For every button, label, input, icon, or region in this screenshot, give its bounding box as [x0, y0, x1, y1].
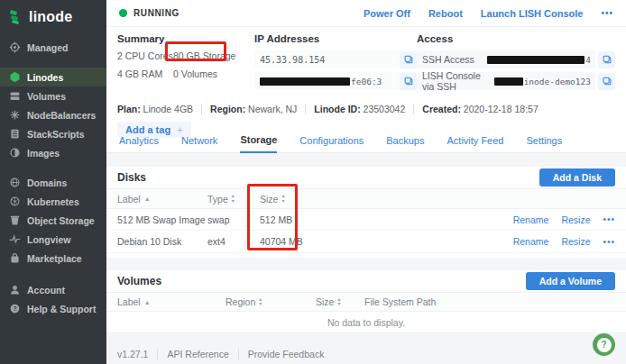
volumes-icon	[9, 90, 21, 102]
plan-value: Linode 4GB	[143, 104, 193, 114]
volumes-column-size[interactable]: Size ▴▾	[316, 296, 364, 307]
sort-asc-icon: ▲	[144, 196, 151, 202]
sidebar-item-managed[interactable]: Managed	[0, 38, 106, 57]
disks-column-label[interactable]: Label ▲	[117, 194, 207, 205]
sort-icon: ▴▾	[259, 297, 262, 307]
sort-asc-icon: ▲	[144, 299, 151, 305]
tab-backups[interactable]: Backups	[386, 135, 424, 152]
ipv4-address: 45.33.98.154	[260, 55, 325, 65]
images-icon	[9, 147, 21, 159]
ipv6-redacted-bar	[260, 77, 350, 86]
disk-label: 512 MB Swap Image	[117, 214, 207, 225]
status-label: RUNNING	[133, 8, 180, 18]
disks-column-type[interactable]: Type ▴▾	[207, 194, 260, 205]
sidebar-item-stackscripts[interactable]: StackScripts	[0, 124, 106, 143]
marketplace-icon	[9, 252, 21, 264]
plus-icon: +	[177, 124, 182, 135]
volumes-column-region[interactable]: Region ▴▾	[226, 296, 316, 307]
sidebar-item-linodes[interactable]: Linodes	[0, 68, 106, 86]
copy-icon[interactable]	[598, 73, 615, 90]
sidebar-item-account[interactable]: Account	[0, 280, 106, 299]
sidebar-item-label: Linodes	[27, 72, 63, 83]
sort-icon: ▴▾	[337, 297, 340, 307]
tab-analytics[interactable]: Analytics	[119, 135, 159, 152]
add-disk-button[interactable]: Add a Disk	[539, 168, 615, 187]
add-volume-button[interactable]: Add a Volume	[526, 272, 615, 290]
ssh-command-suffix: 4	[585, 55, 591, 65]
sidebar-item-marketplace[interactable]: Marketplace	[0, 249, 106, 268]
sidebar-item-help-support[interactable]: ? Help & Support	[0, 299, 106, 318]
account-icon	[9, 284, 21, 296]
rename-disk-button[interactable]: Rename	[513, 214, 549, 225]
disks-title: Disks	[117, 171, 146, 184]
sidebar-item-kubernetes[interactable]: Kubernetes	[0, 192, 106, 211]
ssh-access-label: SSH Access	[422, 54, 474, 65]
resize-disk-button[interactable]: Resize	[561, 236, 590, 247]
sidebar-item-volumes[interactable]: Volumes	[0, 86, 106, 105]
launch-lish-console-button[interactable]: Launch LISH Console	[481, 8, 584, 19]
copy-icon[interactable]	[400, 73, 417, 90]
disk-type: ext4	[207, 236, 260, 247]
lish-console-row: LISH Console via SSH inode-demo123	[417, 72, 615, 90]
copy-icon[interactable]	[400, 51, 417, 68]
sidebar-item-label: Kubernetes	[27, 196, 79, 207]
sidebar-item-domains[interactable]: Domains	[0, 173, 106, 192]
tab-configurations[interactable]: Configurations	[299, 135, 364, 152]
sidebar: linode Managed Linodes Volumes	[0, 0, 106, 364]
sidebar-item-label: Account	[27, 285, 65, 296]
more-actions-icon[interactable]: •••	[601, 8, 613, 18]
volumes-title: Volumes	[117, 275, 161, 287]
tab-storage[interactable]: Storage	[240, 134, 277, 153]
sidebar-item-object-storage[interactable]: Object Storage	[0, 211, 106, 230]
ram-value: 4 GB RAM	[117, 68, 173, 79]
provide-feedback-link[interactable]: Provide Feedback	[248, 349, 325, 359]
lish-command-suffix: inode-demo123	[524, 77, 591, 86]
managed-icon	[9, 41, 21, 53]
lish-console-label: LISH Console via SSH	[422, 70, 494, 92]
sidebar-nav: Managed Linodes Volumes NodeBalancers	[0, 38, 106, 318]
created-value: 2020-12-18 18:57	[464, 104, 539, 114]
tab-network[interactable]: Network	[181, 135, 217, 152]
volumes-panel: Volumes Add a Volume Label ▲ Region ▴▾ S…	[106, 270, 626, 333]
question-mark-icon: ?	[597, 338, 612, 352]
disk-more-actions-icon[interactable]: •••	[603, 214, 615, 224]
main-content: RUNNING Power Off Reboot Launch LISH Con…	[106, 0, 626, 364]
topbar-actions: Power Off Reboot Launch LISH Console •••	[364, 8, 613, 19]
copy-icon[interactable]	[598, 51, 615, 68]
logo-text: linode	[29, 9, 72, 25]
volumes-column-label[interactable]: Label ▲	[117, 296, 226, 307]
api-reference-link[interactable]: API Reference	[167, 349, 228, 359]
power-off-button[interactable]: Power Off	[364, 8, 410, 19]
linodes-icon	[9, 71, 21, 83]
rename-disk-button[interactable]: Rename	[513, 236, 549, 247]
disk-row-debian: Debian 10 Disk ext4 40704 MB Rename Resi…	[106, 231, 626, 253]
help-bubble-button[interactable]: ?	[593, 333, 615, 356]
app-version: v1.27.1	[117, 349, 148, 359]
disk-more-actions-icon[interactable]: •••	[603, 237, 615, 247]
disks-table-header: Label ▲ Type ▴▾ Size ▴▾	[106, 188, 626, 209]
sidebar-item-longview[interactable]: Longview	[0, 230, 106, 249]
disk-size: 40704 MB	[260, 236, 341, 247]
kubernetes-icon	[9, 196, 21, 207]
object-storage-icon	[9, 214, 21, 226]
disks-column-size[interactable]: Size ▴▾	[260, 194, 341, 205]
ip-addresses-title: IP Addresses	[254, 33, 417, 44]
svg-text:?: ?	[13, 305, 16, 312]
reboot-button[interactable]: Reboot	[428, 8, 463, 19]
linode-id-label: Linode ID:	[314, 104, 360, 114]
sidebar-item-nodebalancers[interactable]: NodeBalancers	[0, 105, 106, 124]
disk-size: 512 MB	[260, 214, 341, 225]
disk-type: swap	[207, 214, 260, 225]
sidebar-item-images[interactable]: Images	[0, 143, 106, 162]
region-label: Region:	[210, 104, 245, 114]
linode-logo[interactable]: linode	[0, 0, 106, 31]
longview-icon	[9, 233, 21, 245]
sidebar-item-label: Managed	[27, 42, 69, 53]
access-section: Access SSH Access 4	[417, 32, 615, 94]
tab-activity-feed[interactable]: Activity Feed	[446, 135, 503, 152]
disk-label: Debian 10 Disk	[117, 236, 207, 247]
disk-row-swap: 512 MB Swap Image swap 512 MB Rename Res…	[106, 209, 626, 231]
resize-disk-button[interactable]: Resize	[561, 214, 590, 225]
tab-settings[interactable]: Settings	[526, 135, 562, 152]
volumes-column-path[interactable]: File System Path	[364, 296, 615, 307]
